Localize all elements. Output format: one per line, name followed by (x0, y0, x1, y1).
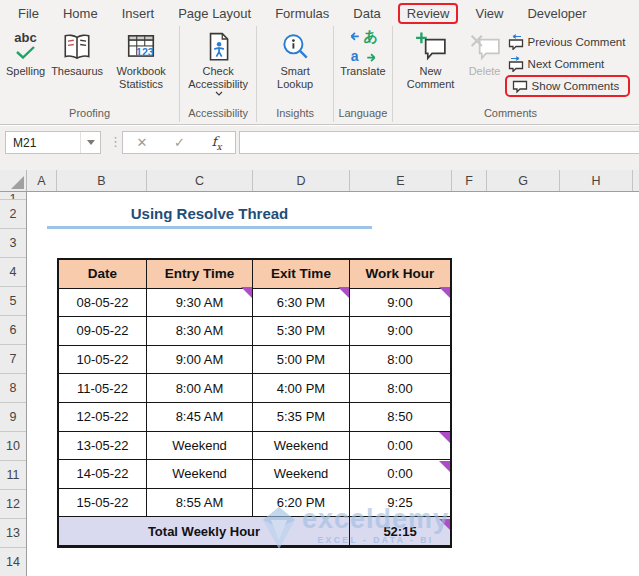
cell-b12[interactable]: 15-05-22 (59, 489, 147, 517)
tab-view[interactable]: View (475, 4, 503, 23)
row-header-5[interactable]: 5 (0, 287, 26, 316)
select-all-button[interactable] (0, 170, 27, 191)
column-header-f[interactable]: F (452, 170, 487, 191)
cell-d6[interactable]: 5:30 PM (253, 317, 350, 345)
cell-e7[interactable]: 8:00 (350, 346, 450, 374)
comment-indicator-c5[interactable] (241, 287, 252, 298)
cell-b9[interactable]: 12-05-22 (59, 403, 147, 431)
cell-d7[interactable]: 5:00 PM (253, 346, 350, 374)
column-header-c[interactable]: C (147, 170, 253, 191)
cell-e11[interactable]: 0:00 (350, 460, 450, 488)
row-header-8[interactable]: 8 (0, 374, 26, 403)
header-cell-entry-time[interactable]: Entry Time (147, 260, 253, 288)
column-header-d[interactable]: D (253, 170, 350, 191)
cell-e10[interactable]: 0:00 (350, 432, 450, 460)
cell-d11[interactable]: Weekend (253, 460, 350, 488)
row-header-9[interactable]: 9 (0, 403, 26, 432)
cell-e6[interactable]: 9:00 (350, 317, 450, 345)
formula-input[interactable] (239, 131, 639, 154)
row-header-6[interactable]: 6 (0, 316, 26, 345)
cell-c9[interactable]: 8:45 AM (147, 403, 253, 431)
cell-e5[interactable]: 9:00 (350, 289, 450, 317)
formula-bar-drag-handle[interactable]: ⋮ (109, 134, 122, 149)
tab-review[interactable]: Review (398, 3, 459, 24)
row-header-14[interactable]: 14 (0, 548, 26, 575)
group-comments: New Comment Delete (393, 26, 629, 122)
comment-indicator-e13[interactable] (439, 519, 450, 530)
cell-d5[interactable]: 6:30 PM (253, 289, 350, 317)
table-row: 12-05-22 8:45 AM 5:35 PM 8:50 (59, 403, 450, 432)
translate-button[interactable]: あ a Translate (337, 29, 388, 80)
work-hours-table: Date Entry Time Exit Time Work Hour 08-0… (57, 258, 452, 548)
cell-d10[interactable]: Weekend (253, 432, 350, 460)
cell-c6[interactable]: 8:30 AM (147, 317, 253, 345)
cell-d8[interactable]: 4:00 PM (253, 374, 350, 402)
row-header-11[interactable]: 11 (0, 461, 26, 490)
column-header-h[interactable]: H (560, 170, 633, 191)
cell-c12[interactable]: 8:55 AM (147, 489, 253, 517)
new-comment-button[interactable]: New Comment (396, 29, 466, 93)
cell-c11[interactable]: Weekend (147, 460, 253, 488)
cell-b10[interactable]: 13-05-22 (59, 432, 147, 460)
translate-icon: あ a (347, 31, 379, 63)
cell-b7[interactable]: 10-05-22 (59, 346, 147, 374)
confirm-entry-icon[interactable]: ✓ (174, 135, 185, 150)
column-header-b[interactable]: B (57, 170, 147, 191)
formula-buttons: ✕ ✓ fx (122, 131, 236, 154)
column-header-e[interactable]: E (350, 170, 452, 191)
next-comment-button[interactable]: Next Comment (508, 56, 626, 72)
name-box[interactable]: M21 (5, 131, 101, 154)
tab-formulas[interactable]: Formulas (275, 4, 329, 23)
cell-b11[interactable]: 14-05-22 (59, 460, 147, 488)
tab-page-layout[interactable]: Page Layout (178, 4, 251, 23)
row-header-13[interactable]: 13 (0, 519, 26, 548)
row-header-1[interactable]: 1 (0, 192, 26, 200)
cancel-entry-icon[interactable]: ✕ (136, 135, 147, 150)
previous-comment-button[interactable]: Previous Comment (508, 34, 626, 50)
row-header-4[interactable]: 4 (0, 258, 26, 287)
cell-e12[interactable]: 9:25 (350, 489, 450, 517)
comment-indicator-e11[interactable] (439, 461, 450, 472)
cell-c7[interactable]: 9:00 AM (147, 346, 253, 374)
cell-b6[interactable]: 09-05-22 (59, 317, 147, 345)
total-label-cell[interactable]: Total Weekly Hour (59, 517, 350, 545)
tab-insert[interactable]: Insert (122, 4, 155, 23)
thesaurus-button[interactable]: Thesaurus (48, 29, 106, 80)
header-cell-work-hour[interactable]: Work Hour (350, 260, 450, 288)
insert-function-icon[interactable]: fx (212, 134, 222, 152)
comment-indicator-d5[interactable] (338, 287, 349, 298)
cell-d9[interactable]: 5:35 PM (253, 403, 350, 431)
delete-comment-button[interactable]: Delete (466, 29, 504, 80)
cell-e9[interactable]: 8:50 (350, 403, 450, 431)
comment-indicator-e10[interactable] (439, 432, 450, 443)
spelling-button[interactable]: abc Spelling (3, 29, 48, 80)
workbook-statistics-button[interactable]: 123 Workbook Statistics (106, 29, 176, 93)
cell-b5[interactable]: 08-05-22 (59, 289, 147, 317)
row-header-10[interactable]: 10 (0, 432, 26, 461)
header-cell-exit-time[interactable]: Exit Time (253, 260, 350, 288)
row-header-2[interactable]: 2 (0, 200, 26, 229)
tab-file[interactable]: File (18, 4, 39, 23)
cell-e8[interactable]: 8:00 (350, 374, 450, 402)
tab-data[interactable]: Data (353, 4, 380, 23)
check-accessibility-button[interactable]: Check Accessibility (183, 29, 253, 98)
show-comments-button[interactable]: Show Comments (505, 75, 631, 97)
cell-c8[interactable]: 8:00 AM (147, 374, 253, 402)
row-header-7[interactable]: 7 (0, 345, 26, 374)
cell-c5[interactable]: 9:30 AM (147, 289, 253, 317)
column-header-g[interactable]: G (487, 170, 560, 191)
name-box-dropdown[interactable] (80, 132, 100, 153)
cell-d12[interactable]: 6:20 PM (253, 489, 350, 517)
column-header-a[interactable]: A (27, 170, 57, 191)
comment-indicator-e5[interactable] (439, 287, 450, 298)
smart-lookup-button[interactable]: Smart Lookup (260, 29, 330, 93)
tab-home[interactable]: Home (63, 4, 98, 23)
row-header-12[interactable]: 12 (0, 490, 26, 519)
ribbon-body: abc Spelling (0, 26, 639, 122)
tab-developer[interactable]: Developer (527, 4, 586, 23)
total-value-cell[interactable]: 52:15 (350, 517, 450, 545)
header-cell-date[interactable]: Date (59, 260, 147, 288)
cell-b8[interactable]: 11-05-22 (59, 374, 147, 402)
cell-c10[interactable]: Weekend (147, 432, 253, 460)
row-header-3[interactable]: 3 (0, 229, 26, 258)
